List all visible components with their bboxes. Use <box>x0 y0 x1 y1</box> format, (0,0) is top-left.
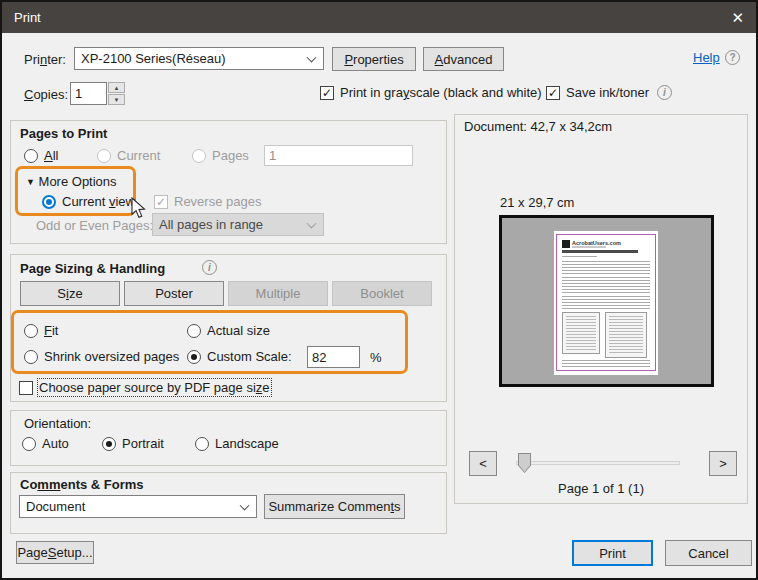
more-options-toggle[interactable]: ▼ More Options <box>26 174 117 189</box>
radio-icon <box>192 149 206 163</box>
reverse-pages-checkbox[interactable]: ✓ Reverse pages <box>154 194 261 209</box>
radio-icon <box>24 350 38 364</box>
radio-auto[interactable]: Auto <box>22 436 69 451</box>
comments-forms-select[interactable]: Document <box>19 495 257 518</box>
radio-selected-icon <box>42 195 56 209</box>
radio-icon <box>22 437 36 451</box>
grayscale-label: Print in grayscale (black and white) <box>340 85 542 100</box>
radio-current[interactable]: Current <box>97 148 160 163</box>
help-link[interactable]: Help <box>693 50 720 65</box>
radio-landscape[interactable]: Landscape <box>195 436 279 451</box>
right-arrow-icon: > <box>719 456 727 471</box>
document-size-label: Document: 42,7 x 34,2cm <box>464 119 612 134</box>
copies-spin-down-button[interactable]: ▼ <box>108 94 125 105</box>
page-slider-track[interactable] <box>516 461 680 465</box>
save-ink-label: Save ink/toner <box>566 85 649 100</box>
help-icon[interactable]: ? <box>725 50 740 65</box>
document-thumbnail: AcrobatUsers.com <box>554 231 658 375</box>
chevron-down-icon <box>307 218 317 228</box>
radio-shrink-pages[interactable]: Shrink oversized pages <box>24 349 179 364</box>
thumb-figure-lines <box>566 316 596 350</box>
odd-even-label: Odd or Even Pages: <box>36 218 153 233</box>
thumb-figure <box>562 312 600 354</box>
grayscale-checkbox[interactable]: ✓ Print in grayscale (black and white) <box>320 85 542 100</box>
summarize-comments-button[interactable]: Summarize Comments <box>264 494 405 519</box>
thumb-text-block <box>562 277 650 293</box>
cancel-button[interactable]: Cancel <box>665 540 752 566</box>
copies-spin-up-button[interactable]: ▲ <box>108 82 125 93</box>
radio-actual-size[interactable]: Actual size <box>187 323 270 338</box>
previous-page-button[interactable]: < <box>469 451 497 476</box>
mouse-cursor <box>131 197 147 220</box>
checkbox-checked-icon: ✓ <box>320 86 334 100</box>
radio-icon <box>187 324 201 338</box>
radio-all[interactable]: All <box>24 148 58 163</box>
thumbnail-content: AcrobatUsers.com <box>556 234 656 371</box>
thumb-byline <box>562 256 597 258</box>
radio-selected-icon <box>187 350 201 364</box>
close-icon[interactable]: ✕ <box>731 10 744 25</box>
printer-select[interactable]: XP-2100 Series(Réseau) <box>74 47 324 70</box>
paper-source-checkbox[interactable]: Choose paper source by PDF page size <box>19 380 270 395</box>
preview-paper: AcrobatUsers.com <box>499 215 714 387</box>
more-options-label: More Options <box>39 174 117 189</box>
percent-label: % <box>370 350 382 365</box>
checkbox-unchecked-icon <box>19 381 33 395</box>
thumb-text-block <box>562 296 650 309</box>
thumb-text-block <box>562 360 650 368</box>
thumb-figure-lines <box>609 316 643 354</box>
triangle-down-icon: ▼ <box>26 177 35 187</box>
thumb-text-block <box>562 261 650 274</box>
copies-label: Copies: <box>24 87 68 102</box>
radio-custom-scale-label: Custom Scale: <box>207 349 292 364</box>
copies-input[interactable] <box>70 82 107 105</box>
reverse-pages-label: Reverse pages <box>174 194 261 209</box>
multiple-button[interactable]: Multiple <box>228 281 328 306</box>
page-count-label: Page 1 of 1 (1) <box>454 481 748 496</box>
comments-forms-select-value: Document <box>26 499 85 514</box>
booklet-button[interactable]: Booklet <box>332 281 432 306</box>
radio-icon <box>24 324 38 338</box>
page-size-label: 21 x 29,7 cm <box>500 195 574 210</box>
checkbox-checked-icon: ✓ <box>546 86 560 100</box>
advanced-button[interactable]: Advanced <box>423 47 504 71</box>
radio-portrait-label: Portrait <box>122 436 164 451</box>
page-setup-button[interactable]: Page Setup... <box>16 541 94 564</box>
radio-icon <box>195 437 209 451</box>
radio-portrait[interactable]: Portrait <box>102 436 164 451</box>
radio-landscape-label: Landscape <box>215 436 279 451</box>
radio-actual-size-label: Actual size <box>207 323 270 338</box>
thumb-brand: AcrobatUsers.com <box>572 240 621 246</box>
radio-auto-label: Auto <box>42 436 69 451</box>
info-icon[interactable]: i <box>657 85 672 100</box>
radio-fit[interactable]: Fit <box>24 323 58 338</box>
radio-custom-scale[interactable]: Custom Scale: <box>187 349 292 364</box>
printer-label: Printer: <box>24 52 66 67</box>
next-page-button[interactable]: > <box>709 451 737 476</box>
custom-scale-input[interactable] <box>307 346 360 368</box>
radio-current-label: Current <box>117 148 160 163</box>
radio-shrink-label: Shrink oversized pages <box>44 349 179 364</box>
acrobat-logo-icon <box>562 240 570 248</box>
radio-all-label: All <box>44 148 58 163</box>
size-button[interactable]: Size <box>20 281 120 306</box>
properties-button[interactable]: Properties <box>332 47 416 71</box>
radio-current-view-label: Current view <box>62 194 135 209</box>
arrow-down-icon: ▼ <box>114 97 120 103</box>
save-ink-checkbox[interactable]: ✓ Save ink/toner <box>546 85 649 100</box>
arrow-up-icon: ▲ <box>114 85 120 91</box>
radio-current-view[interactable]: Current view <box>42 194 135 209</box>
poster-button[interactable]: Poster <box>124 281 224 306</box>
thumb-header: AcrobatUsers.com <box>562 240 650 248</box>
odd-even-select[interactable]: All pages in range <box>152 213 324 236</box>
radio-fit-label: Fit <box>44 323 58 338</box>
info-icon[interactable]: i <box>202 260 217 275</box>
chevron-down-icon <box>307 52 317 62</box>
titlebar: Print ✕ <box>2 2 756 33</box>
print-button[interactable]: Print <box>572 540 653 566</box>
radio-icon <box>97 149 111 163</box>
odd-even-select-value: All pages in range <box>159 217 263 232</box>
radio-pages[interactable]: Pages <box>192 148 249 163</box>
orientation-title: Orientation: <box>24 416 91 431</box>
pages-range-input[interactable] <box>264 145 413 166</box>
